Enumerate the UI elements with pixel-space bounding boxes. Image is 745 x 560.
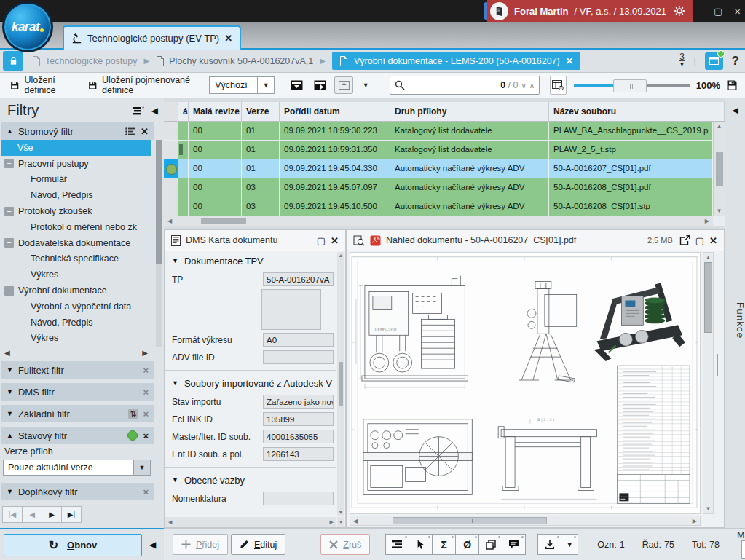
scroll-thumb[interactable] [704, 262, 712, 333]
scroll-thumb[interactable] [339, 362, 343, 406]
cursor-filter-icon[interactable] [409, 534, 433, 555]
save-definition-button[interactable]: Uložení definice [7, 74, 78, 97]
import-state-field[interactable]: Zařazeno jako nov [263, 395, 334, 409]
close-icon[interactable]: × [143, 387, 149, 398]
scroll-left-icon[interactable]: ◀ [4, 349, 10, 357]
dms-section-header[interactable]: ▼ Soubory importované z Autodesk V [172, 374, 334, 392]
tree-hscroll[interactable]: ◀ ▶ [1, 347, 151, 358]
scroll-right-icon[interactable]: ▶ [693, 518, 697, 524]
column-header[interactable]: Pořídil datum [280, 102, 390, 122]
scroll-left-icon[interactable]: ◀ [168, 519, 172, 525]
save-named-definition-button[interactable]: Uložení pojmenované definice [85, 74, 201, 97]
windows-icon[interactable] [478, 534, 502, 555]
save-layout-icon[interactable] [726, 79, 738, 91]
first-record-button[interactable]: |◀ [2, 506, 23, 523]
tree-item[interactable]: −Dodavatelská dokumentace [1, 235, 151, 251]
chevron-down-icon[interactable]: ▼ [258, 76, 275, 94]
preview-vertical-scrollbar[interactable]: ▲ ▼ [703, 252, 714, 514]
dms-horizontal-scrollbar[interactable]: ◀ ▶ [165, 517, 336, 527]
chevron-up-icon[interactable]: ▲ [7, 432, 13, 439]
lock-icon[interactable] [3, 51, 23, 71]
chevron-down-icon[interactable]: ▼ [7, 488, 13, 495]
eclink-id-field[interactable]: 135899 [263, 412, 334, 426]
filter-section-header[interactable]: ▼DMS filtr× [1, 383, 154, 401]
scroll-down-icon[interactable]: ▼ [706, 505, 712, 512]
column-header[interactable]: Verze [242, 102, 280, 122]
collapse-minus-icon[interactable]: − [4, 238, 14, 248]
edit-button[interactable]: Edituj [231, 534, 285, 555]
collapse-minus-icon[interactable]: − [4, 207, 14, 216]
chevron-down-icon[interactable]: ▼ [561, 534, 578, 555]
sort-icon[interactable]: ⇅ [128, 409, 138, 419]
chevron-down-icon[interactable]: ▼ [172, 476, 178, 484]
scroll-thumb[interactable] [716, 152, 723, 186]
close-icon[interactable]: ✕ [331, 235, 339, 246]
row-marker[interactable] [164, 141, 178, 159]
scroll-left-icon[interactable]: ◀ [353, 518, 358, 524]
tab-technologicke-postupy[interactable]: Technologické postupy (EV TP) ✕ [63, 25, 241, 50]
filter-menu-icon[interactable] [133, 106, 144, 115]
tp-detail-box[interactable] [261, 289, 321, 330]
close-icon[interactable]: × [143, 365, 149, 376]
user-name[interactable]: Foral Martin [514, 6, 568, 17]
tree-item[interactable]: Technická specifikace [1, 251, 151, 267]
version-select[interactable]: Pouze aktuální verze ▼ [3, 460, 151, 476]
chevron-up-icon[interactable]: ∧ [529, 82, 535, 90]
tree-item[interactable]: Návod, Předpis [1, 315, 151, 331]
scroll-up-icon[interactable]: ▲ [339, 253, 344, 258]
filter-section-header[interactable]: ▼Základní filtr⇅× [1, 405, 154, 422]
dms-section-header[interactable]: ▼ Obecné vazby [172, 471, 334, 489]
comment-icon[interactable] [502, 534, 526, 555]
chevron-down-icon[interactable]: ▼ [7, 366, 13, 374]
previous-record-button[interactable]: ◀ [22, 506, 42, 523]
close-icon[interactable]: ✕ [566, 55, 573, 66]
tree-item[interactable]: −Pracovní postupy [1, 156, 151, 172]
messages-icon[interactable] [705, 52, 723, 70]
tree-item[interactable]: Výrobní a výpočetní data [1, 299, 151, 315]
preview-horizontal-scrollbar[interactable]: ◀ ▶ [350, 516, 701, 526]
tree-item[interactable]: Výkres [1, 267, 151, 283]
close-icon[interactable]: × [143, 486, 149, 497]
grid-vertical-scrollbar[interactable]: ▲ ▼ [713, 122, 725, 216]
restore-button[interactable]: ▢ [714, 6, 722, 17]
chevron-down-icon[interactable]: ▼ [134, 460, 151, 476]
chevron-up-icon[interactable]: ▲ [7, 127, 13, 135]
maximize-icon[interactable]: ▢ [317, 235, 326, 246]
last-record-button[interactable]: ▶| [61, 506, 82, 523]
column-header[interactable] [164, 102, 178, 122]
tree-item[interactable]: Návod, Předpis [1, 187, 151, 203]
filter-section-header[interactable]: ▼Fulltext filtr× [1, 361, 154, 379]
adv-file-id-field[interactable] [263, 350, 334, 364]
table-row[interactable]: 000109.09.2021 18:59:31.350Katalogový li… [164, 141, 713, 159]
chevron-down-icon[interactable]: ∨ [521, 82, 527, 90]
add-button[interactable]: Přidej [173, 534, 228, 555]
tree-scrollbar[interactable] [156, 140, 162, 347]
minimize-button[interactable]: — [693, 6, 702, 17]
dms-vertical-scrollbar[interactable]: ▲ ▼ [337, 252, 344, 516]
help-icon[interactable]: ? [732, 54, 739, 68]
tree-item[interactable]: Protokol o měření nebo zk [1, 219, 151, 235]
zoom-slider[interactable] [574, 79, 690, 92]
scroll-right-icon[interactable]: ▶ [330, 519, 334, 525]
dock-top-button[interactable] [334, 76, 353, 94]
splitter-handle[interactable] [716, 354, 722, 376]
table-row[interactable]: 000109.09.2021 19:45:04.330Automaticky n… [164, 159, 713, 178]
collapse-icon[interactable]: ◀ [149, 540, 156, 550]
nomenklatura-field[interactable] [263, 492, 334, 505]
scroll-right-icon[interactable]: ▶ [705, 218, 709, 224]
scroll-right-icon[interactable]: ▶ [142, 349, 148, 357]
tree-item[interactable]: −Protokoly zkoušek [1, 203, 151, 219]
sum-icon[interactable]: Σ [432, 534, 456, 555]
column-header[interactable]: á [178, 102, 189, 122]
download-icon[interactable] [537, 534, 561, 555]
max-rows-input[interactable]: 300 [741, 540, 745, 559]
refresh-button[interactable]: ↻ Obnov [4, 534, 142, 556]
tree-item[interactable]: −Výrobní dokumentace [1, 283, 151, 299]
filter-section-header[interactable]: ▲Stavový filtr× [1, 427, 154, 444]
dock-bottom-button[interactable] [288, 77, 305, 93]
ent-id-field[interactable]: 1266143 [263, 447, 334, 461]
column-header[interactable]: Název souboru [549, 102, 725, 122]
chevron-down-icon[interactable]: ▼ [7, 388, 13, 395]
column-header[interactable]: Malá revize [189, 102, 242, 122]
chevron-down-icon[interactable]: ▼ [172, 257, 178, 264]
